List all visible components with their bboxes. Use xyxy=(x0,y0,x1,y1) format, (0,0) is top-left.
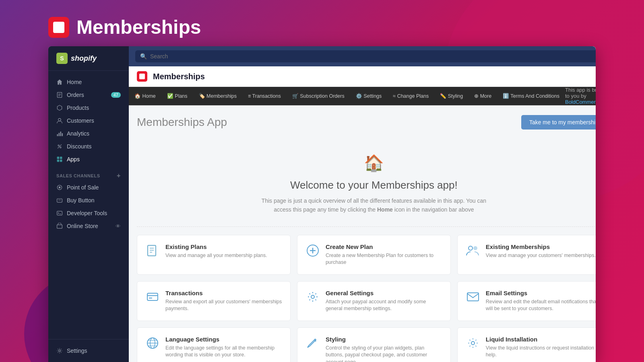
sales-channels-header: SALES CHANNELS + xyxy=(48,169,129,181)
sidebar-item-discounts[interactable]: Discounts xyxy=(48,140,129,153)
sidebar-item-online-store[interactable]: Online Store 👁 xyxy=(48,220,129,232)
svg-rect-20 xyxy=(57,211,62,215)
sidebar-item-home[interactable]: Home xyxy=(48,76,129,88)
svg-rect-8 xyxy=(62,133,63,136)
sidebar: S shopify Home Orders 47 Products xyxy=(48,46,129,362)
dark-nav-settings[interactable]: ⚙️ Settings xyxy=(350,89,388,103)
home-icon xyxy=(56,79,63,85)
language-settings-title: Language Settings xyxy=(165,336,282,343)
nav-label-apps: Apps xyxy=(67,156,80,162)
svg-rect-14 xyxy=(57,160,60,162)
dark-nav-subscription-orders[interactable]: 🛒 Subscription Orders xyxy=(287,89,350,103)
card-general-settings[interactable]: General Settings Attach your paypal acco… xyxy=(297,281,451,321)
svg-rect-39 xyxy=(467,293,479,301)
language-settings-icon xyxy=(145,336,160,350)
sidebar-item-developer-tools[interactable]: Developer Tools xyxy=(48,207,129,220)
email-settings-icon xyxy=(466,290,480,304)
pos-icon xyxy=(56,184,63,191)
svg-rect-12 xyxy=(57,157,60,159)
svg-rect-5 xyxy=(57,134,58,136)
card-email-settings[interactable]: Email Settings Review and edit the defau… xyxy=(457,281,596,321)
dark-nav-more[interactable]: ⊕ More xyxy=(469,89,497,103)
sales-channels-label: SALES CHANNELS xyxy=(56,173,100,178)
search-icon: 🔍 xyxy=(140,53,147,60)
app-header: Memberships xyxy=(48,16,596,38)
sidebar-item-analytics[interactable]: Analytics xyxy=(48,127,129,140)
card-existing-plans[interactable]: Existing Plans View and manage all your … xyxy=(137,235,291,275)
styling-title: Styling xyxy=(326,336,442,343)
nav-label-orders: Orders xyxy=(67,92,84,98)
search-box[interactable]: 🔍 xyxy=(135,50,596,62)
svg-rect-35 xyxy=(147,293,158,300)
existing-plans-content: Existing Plans View and manage all your … xyxy=(165,243,267,259)
content-area: Memberships App Take me to my membership… xyxy=(129,105,596,362)
nav-label-products: Products xyxy=(67,105,89,111)
sidebar-item-buy-button[interactable]: Buy Button xyxy=(48,194,129,207)
svg-point-33 xyxy=(469,246,473,250)
app-bar-logo-inner xyxy=(139,74,145,79)
dark-nav-change-plans[interactable]: ≈ Change Plans xyxy=(387,89,434,103)
nav-label-buy-button: Buy Button xyxy=(67,197,95,204)
existing-memberships-title: Existing Memberships xyxy=(486,243,596,250)
language-settings-desc: Edit the language settings for all the m… xyxy=(165,345,282,359)
styling-desc: Control the styling of your plan widgets… xyxy=(326,345,442,362)
transactions-content: Transactions Review and export all your … xyxy=(165,290,282,313)
sidebar-item-apps[interactable]: Apps xyxy=(48,153,129,166)
card-styling[interactable]: Styling Control the styling of your plan… xyxy=(297,327,451,362)
card-create-new-plan[interactable]: Create New Plan Create a new Membership … xyxy=(297,235,451,275)
nav-label-settings: Settings xyxy=(67,348,87,354)
create-plan-content: Create New Plan Create a new Membership … xyxy=(326,243,442,266)
card-language-settings[interactable]: Language Settings Edit the language sett… xyxy=(137,327,291,362)
existing-memberships-desc: View and manage your customers' membersh… xyxy=(486,252,596,259)
card-transactions[interactable]: Transactions Review and export all your … xyxy=(137,281,291,321)
card-liquid-installation[interactable]: Liquid Installation View the liquid inst… xyxy=(457,327,596,362)
existing-plans-desc: View and manage all your membership plan… xyxy=(165,252,267,259)
svg-rect-24 xyxy=(57,225,62,228)
sidebar-item-customers[interactable]: Customers xyxy=(48,114,129,127)
existing-plans-title: Existing Plans xyxy=(165,243,267,250)
dark-nav-plans[interactable]: ✅ Plans xyxy=(161,89,193,103)
svg-point-46 xyxy=(471,341,475,345)
dark-nav-memberships[interactable]: 🏷️ Memberships xyxy=(193,89,243,103)
nav-label-discounts: Discounts xyxy=(67,143,91,150)
cards-grid: Existing Plans View and manage all your … xyxy=(137,235,596,362)
shopify-bag-icon: S xyxy=(56,53,68,64)
settings-icon xyxy=(56,348,63,354)
svg-rect-13 xyxy=(60,157,62,159)
memberships-section: Memberships App Take me to my membership… xyxy=(129,105,596,362)
sidebar-item-settings[interactable]: Settings xyxy=(48,344,129,357)
app-bar: Memberships xyxy=(129,66,596,87)
online-store-eye-icon: 👁 xyxy=(116,223,121,229)
dark-nav-transactions[interactable]: ≡ Transactions xyxy=(242,89,287,103)
add-sales-channel-icon[interactable]: + xyxy=(117,172,121,179)
orders-badge: 47 xyxy=(111,92,121,98)
search-input[interactable] xyxy=(150,53,596,60)
svg-point-17 xyxy=(59,187,61,189)
create-plan-title: Create New Plan xyxy=(326,243,442,250)
general-settings-content: General Settings Attach your paypal acco… xyxy=(326,290,442,313)
memberships-app-title: Memberships App xyxy=(137,116,227,129)
app-title: Memberships xyxy=(76,16,201,38)
sidebar-item-pos[interactable]: Point of Sale xyxy=(48,181,129,194)
sidebar-nav: Home Orders 47 Products Customers xyxy=(48,71,129,339)
svg-point-10 xyxy=(60,147,61,148)
online-store-icon xyxy=(56,223,63,229)
sidebar-bottom: Settings xyxy=(48,339,129,362)
svg-point-25 xyxy=(59,350,61,352)
svg-line-22 xyxy=(58,213,59,214)
dark-nav-home[interactable]: 🏠 Home xyxy=(129,89,161,103)
general-settings-desc: Attach your paypal account and modify so… xyxy=(326,298,442,313)
take-me-button[interactable]: Take me to my memberships! xyxy=(521,115,596,130)
card-existing-memberships[interactable]: Existing Memberships View and manage you… xyxy=(457,235,596,275)
dark-nav-terms[interactable]: ℹ️ Terms And Conditions xyxy=(497,89,565,103)
bold-commerce-link[interactable]: BoldCommerce.com xyxy=(565,99,596,105)
existing-memberships-icon xyxy=(466,243,480,258)
transactions-icon xyxy=(145,290,160,304)
language-settings-content: Language Settings Edit the language sett… xyxy=(165,336,282,359)
nav-label-home: Home xyxy=(67,79,82,85)
main-content: 🔍 Memberships 🏠 Home ✅ Plans xyxy=(129,46,596,362)
sidebar-item-orders[interactable]: Orders 47 xyxy=(48,88,129,101)
svg-rect-18 xyxy=(57,199,62,202)
sidebar-item-products[interactable]: Products xyxy=(48,101,129,114)
dark-nav-styling[interactable]: ✏️ Styling xyxy=(434,89,469,103)
